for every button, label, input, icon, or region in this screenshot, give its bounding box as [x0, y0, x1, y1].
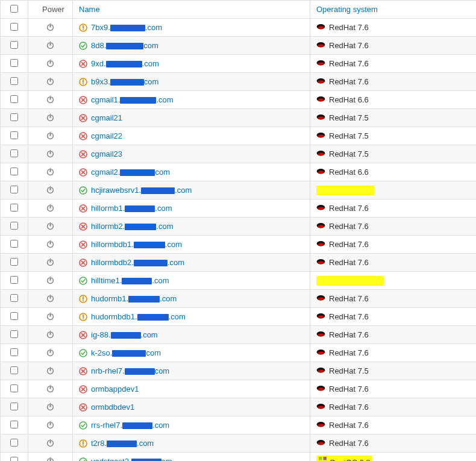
row-checkbox[interactable] [10, 330, 18, 338]
redaction-block [128, 296, 160, 303]
power-cell[interactable] [28, 254, 73, 272]
os-cell: RedHat 7.5 [310, 127, 477, 145]
row-checkbox[interactable] [10, 312, 18, 320]
host-link[interactable]: rrs-rhel7..com [91, 421, 169, 430]
power-cell[interactable] [28, 416, 73, 434]
power-cell[interactable] [28, 163, 73, 181]
row-checkbox[interactable] [10, 294, 18, 302]
power-cell[interactable] [28, 362, 73, 380]
row-checkbox[interactable] [10, 439, 18, 447]
os-text: RedHat 7.6 [329, 23, 369, 32]
row-checkbox[interactable] [10, 384, 18, 392]
header-power[interactable]: Power [28, 1, 73, 19]
os-cell: RedHat 7.6 [310, 416, 477, 434]
power-cell[interactable] [28, 398, 73, 416]
select-all-checkbox[interactable] [10, 5, 18, 13]
host-link[interactable]: hillormbdb2..com [91, 258, 184, 267]
power-cell[interactable] [28, 272, 73, 290]
host-link[interactable]: nrb-rhel7.com [91, 366, 169, 375]
row-checkbox[interactable] [10, 95, 18, 103]
host-link[interactable]: 7bx9..com [91, 23, 162, 32]
row-checkbox[interactable] [10, 403, 18, 410]
header-os[interactable]: Operating system [310, 1, 477, 19]
host-link[interactable]: b9x3.com [91, 77, 158, 86]
row-checkbox[interactable] [10, 149, 18, 157]
highlight-wrap: CentOS 6.8 [316, 456, 372, 462]
host-link[interactable]: hcjirawebsrv1..com [91, 186, 192, 195]
row-checkbox[interactable] [10, 366, 18, 374]
host-link[interactable]: ormbdbdev1 [91, 403, 134, 412]
host-link[interactable]: vadstgast2.om [91, 457, 172, 461]
row-checkbox[interactable] [10, 222, 18, 230]
power-cell[interactable] [28, 380, 73, 398]
power-icon [28, 222, 72, 231]
host-link[interactable]: k-2so.com [91, 348, 161, 357]
power-cell[interactable] [28, 434, 73, 453]
power-cell[interactable] [28, 199, 73, 218]
row-checkbox[interactable] [10, 457, 18, 462]
error-icon [79, 222, 87, 231]
row-checkbox[interactable] [10, 258, 18, 266]
power-cell[interactable] [28, 453, 73, 462]
host-link[interactable]: cgmail1..com [91, 95, 174, 104]
host-link[interactable]: ig-88..com [91, 330, 158, 339]
row-checkbox[interactable] [10, 23, 18, 31]
power-cell[interactable] [28, 19, 73, 37]
host-link[interactable]: 9xd..com [91, 59, 159, 68]
host-name-post: .com [145, 23, 162, 32]
host-link[interactable]: hillormb2..com [91, 222, 174, 231]
host-link[interactable]: cgmail21 [91, 113, 122, 122]
os-cell: RedHat 7.6 [310, 55, 477, 73]
power-cell[interactable] [28, 218, 73, 236]
os-cell: RedHat 7.6 [310, 434, 477, 453]
row-checkbox[interactable] [10, 421, 18, 428]
redhat-icon [316, 113, 325, 122]
host-link[interactable]: hillormb1..com [91, 204, 172, 213]
power-cell[interactable] [28, 73, 73, 91]
row-checkbox-cell [1, 199, 28, 218]
power-cell[interactable] [28, 91, 73, 109]
row-checkbox[interactable] [10, 59, 18, 67]
row-checkbox[interactable] [10, 113, 18, 121]
power-cell[interactable] [28, 145, 73, 163]
power-cell[interactable] [28, 308, 73, 326]
table-row: hillormb2..comRedHat 7.6 [1, 218, 477, 236]
highlight-block [316, 276, 384, 286]
row-checkbox[interactable] [10, 186, 18, 193]
host-link[interactable]: cgmail23 [91, 149, 122, 158]
host-link[interactable]: t2r8..com [91, 439, 154, 448]
power-cell[interactable] [28, 181, 73, 199]
host-name-pre: nrb-rhel7. [91, 366, 125, 375]
power-cell[interactable] [28, 109, 73, 127]
row-checkbox[interactable] [10, 348, 18, 356]
power-cell[interactable] [28, 55, 73, 73]
power-cell[interactable] [28, 37, 73, 55]
row-checkbox[interactable] [10, 240, 18, 248]
power-cell[interactable] [28, 127, 73, 145]
host-link[interactable]: cgmail2.com [91, 168, 170, 177]
host-name-post: com [155, 366, 170, 375]
row-checkbox[interactable] [10, 204, 18, 212]
power-cell[interactable] [28, 290, 73, 308]
host-link[interactable]: hudormb1..com [91, 294, 177, 303]
host-link[interactable]: hilltime1..com [91, 276, 169, 285]
row-checkbox-cell [1, 37, 28, 55]
power-cell[interactable] [28, 236, 73, 254]
row-checkbox[interactable] [10, 41, 18, 49]
power-cell[interactable] [28, 344, 73, 362]
os-text: RedHat 6.6 [329, 168, 369, 177]
row-checkbox[interactable] [10, 276, 18, 284]
host-link[interactable]: 8d8.com [91, 41, 158, 50]
header-os-label: Operating system [310, 5, 378, 14]
header-name[interactable]: Name [73, 1, 310, 19]
row-checkbox[interactable] [10, 131, 18, 139]
host-name-pre: ig-88. [91, 330, 111, 339]
host-link[interactable]: hillormbdb1..com [91, 240, 182, 249]
host-link[interactable]: cgmail22 [91, 131, 122, 140]
power-cell[interactable] [28, 326, 73, 344]
row-checkbox[interactable] [10, 168, 18, 175]
power-icon [28, 294, 72, 303]
host-link[interactable]: ormbappdev1 [91, 384, 139, 394]
row-checkbox[interactable] [10, 77, 18, 85]
host-link[interactable]: hudormbdb1..com [91, 312, 186, 321]
